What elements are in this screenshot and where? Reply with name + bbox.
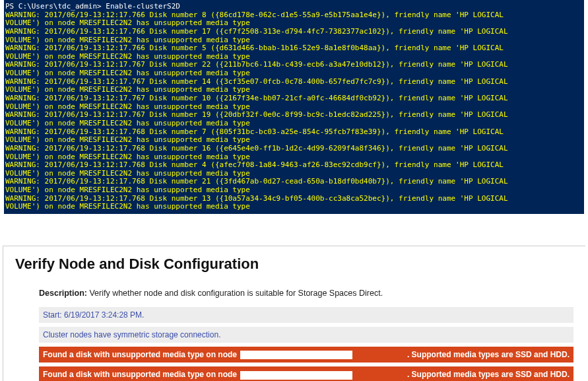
- error-row: Found a disk with unsupported media type…: [39, 366, 573, 381]
- redacted-node: [240, 371, 352, 380]
- ps-prompt: PS C:\Users\tdc_admin> Enable-clusterS2D: [5, 2, 180, 11]
- validation-report: Verify Node and Disk Configuration Descr…: [3, 246, 585, 381]
- start-row: Start: 6/19/2017 3:24:28 PM.: [39, 307, 573, 323]
- redacted-node: [240, 351, 352, 359]
- error-row: Found a disk with unsupported media type…: [39, 347, 573, 363]
- report-title: Verify Node and Disk Configuration: [15, 256, 573, 273]
- symmetric-row: Cluster nodes have symmetric storage con…: [39, 327, 573, 343]
- description: Description: Verify whether node and dis…: [39, 289, 573, 298]
- powershell-console: PS C:\Users\tdc_admin> Enable-clusterS2D…: [4, 0, 584, 214]
